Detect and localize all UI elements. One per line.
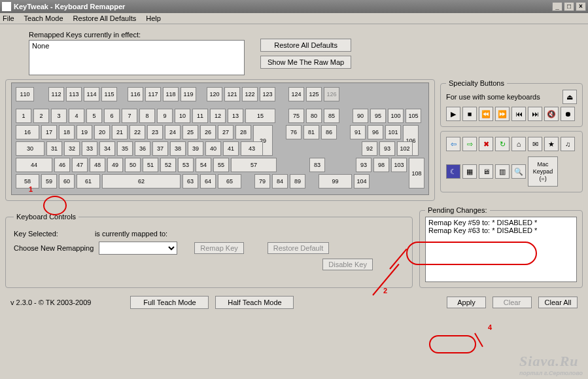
menu-help[interactable]: Help [146,14,161,22]
key-113[interactable]: 113 [66,87,82,101]
key-75[interactable]: 75 [288,109,304,123]
key-98[interactable]: 98 [373,158,389,172]
full-teach-button[interactable]: Full Teach Mode [130,296,209,309]
key-20[interactable]: 20 [94,125,110,139]
key-26[interactable]: 26 [200,125,216,139]
play-icon[interactable]: ▶ [446,107,460,121]
key-124[interactable]: 124 [288,87,304,101]
key-65[interactable]: 65 [218,174,241,189]
key-48[interactable]: 48 [90,158,105,172]
key-103[interactable]: 103 [391,158,407,172]
key-47[interactable]: 47 [72,158,88,172]
key-122[interactable]: 122 [242,87,258,101]
key-80[interactable]: 80 [306,109,322,123]
key-58[interactable]: 58 [16,174,39,189]
key-25[interactable]: 25 [182,125,198,139]
key-114[interactable]: 114 [84,87,99,101]
key-11[interactable]: 11 [192,109,208,123]
key-3[interactable]: 3 [51,109,67,123]
key-96[interactable]: 96 [368,125,383,139]
lock-icon[interactable]: ▥ [495,164,510,179]
key-36[interactable]: 36 [135,141,150,156]
rewind-icon[interactable]: ⏪ [479,107,493,121]
show-raw-button[interactable]: Show Me The Raw Map [260,56,351,69]
key-89[interactable]: 89 [290,174,305,189]
maximize-button[interactable]: □ [564,2,574,11]
sleep-icon[interactable]: ☾ [446,164,460,179]
key-6[interactable]: 6 [104,109,120,123]
key-54[interactable]: 54 [196,158,211,172]
menu-file[interactable]: File [3,14,14,22]
key-61[interactable]: 61 [77,174,100,189]
key-31[interactable]: 31 [46,141,62,156]
stop-icon[interactable]: ■ [462,107,477,121]
key-62[interactable]: 62 [102,174,181,189]
key-16[interactable]: 16 [16,125,39,139]
key-8[interactable]: 8 [139,109,155,123]
menu-restore[interactable]: Restore All Defaults [73,14,137,22]
key-55[interactable]: 55 [213,158,229,172]
key-21[interactable]: 21 [112,125,128,139]
menu-teach[interactable]: Teach Mode [24,14,63,22]
key-38[interactable]: 38 [170,141,186,156]
key-19[interactable]: 19 [77,125,92,139]
mute-icon[interactable]: 🔇 [544,107,559,121]
key-101[interactable]: 101 [385,125,401,139]
forward-icon[interactable]: ⏩ [495,107,510,121]
close-button[interactable]: × [576,2,586,11]
key-12[interactable]: 12 [210,109,226,123]
key-100[interactable]: 100 [388,109,404,123]
key-93[interactable]: 93 [379,141,395,156]
key-39[interactable]: 39 [188,141,203,156]
key-84[interactable]: 84 [272,174,288,189]
key-43[interactable]: 43 [241,141,263,156]
key-118[interactable]: 118 [163,87,179,101]
key-7[interactable]: 7 [122,109,137,123]
key-117[interactable]: 117 [145,87,161,101]
key-44[interactable]: 44 [16,158,52,172]
key-1[interactable]: 1 [16,109,31,123]
key-126[interactable]: 126 [324,87,339,101]
restore-default-button[interactable]: Restore Default [268,242,329,254]
key-105[interactable]: 105 [406,109,421,123]
key-79[interactable]: 79 [254,174,270,189]
key-59[interactable]: 59 [41,174,57,189]
key-92[interactable]: 92 [362,141,377,156]
key-5[interactable]: 5 [86,109,102,123]
key-49[interactable]: 49 [107,158,123,172]
key-90[interactable]: 90 [353,109,368,123]
key-35[interactable]: 35 [117,141,133,156]
key-60[interactable]: 60 [59,174,75,189]
back-icon[interactable]: ⇦ [446,137,460,151]
key-41[interactable]: 41 [223,141,239,156]
key-64[interactable]: 64 [200,174,216,189]
key-40[interactable]: 40 [205,141,221,156]
eject-icon[interactable]: ⏏ [562,90,577,104]
key-125[interactable]: 125 [306,87,322,101]
key-13[interactable]: 13 [228,109,243,123]
apply-button[interactable]: Apply [447,297,486,308]
key-108[interactable]: 108 [409,158,424,189]
disable-key-button[interactable]: Disable Key [322,259,373,270]
media-icon[interactable]: ♫ [561,137,575,151]
clear-button[interactable]: Clear [493,297,532,308]
key-112[interactable]: 112 [48,87,64,101]
key-23[interactable]: 23 [147,125,163,139]
key-46[interactable]: 46 [54,158,70,172]
key-28[interactable]: 28 [235,125,251,139]
key-15[interactable]: 15 [245,109,275,123]
key-83[interactable]: 83 [309,158,325,172]
key-102[interactable]: 102 [397,141,413,156]
key-81[interactable]: 81 [303,125,319,139]
calc-icon[interactable]: ▦ [462,164,477,179]
key-91[interactable]: 91 [350,125,366,139]
home-icon[interactable]: ⌂ [511,137,526,151]
key-123[interactable]: 123 [260,87,275,101]
key-9[interactable]: 9 [157,109,173,123]
key-121[interactable]: 121 [224,87,240,101]
key-85[interactable]: 85 [324,109,339,123]
key-52[interactable]: 52 [160,158,176,172]
stop2-icon[interactable]: ✖ [479,137,493,151]
clear-all-button[interactable]: Clear All [538,297,578,308]
fwd-icon[interactable]: ⇨ [462,137,477,151]
